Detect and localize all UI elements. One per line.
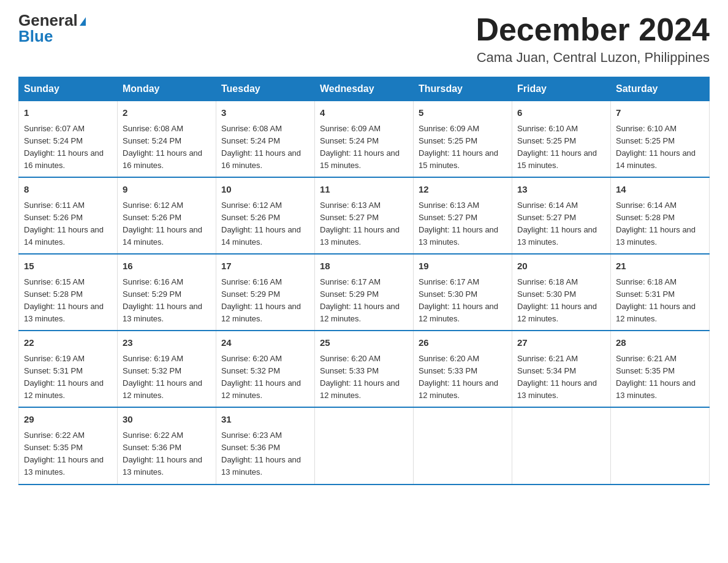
day-cell: 4Sunrise: 6:09 AMSunset: 5:24 PMDaylight… bbox=[315, 101, 414, 178]
day-cell: 10Sunrise: 6:12 AMSunset: 5:26 PMDayligh… bbox=[216, 177, 315, 254]
day-info: Sunrise: 6:17 AMSunset: 5:29 PMDaylight:… bbox=[320, 277, 400, 323]
day-number: 3 bbox=[221, 106, 309, 120]
day-cell: 2Sunrise: 6:08 AMSunset: 5:24 PMDaylight… bbox=[118, 101, 216, 178]
day-cell: 27Sunrise: 6:21 AMSunset: 5:34 PMDayligh… bbox=[512, 331, 611, 407]
day-cell: 7Sunrise: 6:10 AMSunset: 5:25 PMDaylight… bbox=[611, 101, 710, 178]
day-cell: 19Sunrise: 6:17 AMSunset: 5:30 PMDayligh… bbox=[414, 254, 512, 331]
day-info: Sunrise: 6:20 AMSunset: 5:33 PMDaylight:… bbox=[419, 354, 498, 400]
day-number: 19 bbox=[419, 259, 507, 274]
day-number: 31 bbox=[221, 413, 309, 427]
day-number: 4 bbox=[320, 106, 408, 120]
day-number: 12 bbox=[419, 183, 507, 197]
day-number: 26 bbox=[419, 336, 507, 350]
location-title: Cama Juan, Central Luzon, Philippines bbox=[476, 50, 710, 66]
logo-general-row: General bbox=[18, 12, 86, 28]
day-cell: 20Sunrise: 6:18 AMSunset: 5:30 PMDayligh… bbox=[512, 254, 611, 331]
day-info: Sunrise: 6:12 AMSunset: 5:26 PMDaylight:… bbox=[221, 201, 301, 247]
day-info: Sunrise: 6:21 AMSunset: 5:34 PMDaylight:… bbox=[517, 354, 597, 400]
day-cell: 25Sunrise: 6:20 AMSunset: 5:33 PMDayligh… bbox=[315, 331, 414, 407]
day-number: 27 bbox=[517, 336, 605, 350]
day-cell: 9Sunrise: 6:12 AMSunset: 5:26 PMDaylight… bbox=[118, 177, 216, 254]
day-number: 28 bbox=[616, 336, 704, 350]
day-info: Sunrise: 6:13 AMSunset: 5:27 PMDaylight:… bbox=[320, 201, 400, 247]
day-info: Sunrise: 6:10 AMSunset: 5:25 PMDaylight:… bbox=[517, 124, 597, 170]
day-cell: 1Sunrise: 6:07 AMSunset: 5:24 PMDaylight… bbox=[19, 101, 118, 178]
page-header: General Blue December 2024 Cama Juan, Ce… bbox=[18, 12, 710, 66]
day-info: Sunrise: 6:17 AMSunset: 5:30 PMDaylight:… bbox=[419, 277, 498, 323]
day-info: Sunrise: 6:23 AMSunset: 5:36 PMDaylight:… bbox=[221, 431, 301, 477]
day-info: Sunrise: 6:21 AMSunset: 5:35 PMDaylight:… bbox=[616, 354, 696, 400]
day-cell: 31Sunrise: 6:23 AMSunset: 5:36 PMDayligh… bbox=[216, 407, 315, 484]
day-info: Sunrise: 6:19 AMSunset: 5:32 PMDaylight:… bbox=[123, 354, 202, 400]
day-info: Sunrise: 6:08 AMSunset: 5:24 PMDaylight:… bbox=[221, 124, 301, 170]
day-number: 10 bbox=[221, 183, 309, 197]
day-number: 22 bbox=[24, 336, 112, 350]
day-number: 24 bbox=[221, 336, 309, 350]
header-cell-monday: Monday bbox=[118, 77, 216, 101]
day-info: Sunrise: 6:09 AMSunset: 5:24 PMDaylight:… bbox=[320, 124, 400, 170]
day-cell bbox=[414, 407, 512, 484]
day-info: Sunrise: 6:20 AMSunset: 5:33 PMDaylight:… bbox=[320, 354, 400, 400]
day-info: Sunrise: 6:07 AMSunset: 5:24 PMDaylight:… bbox=[24, 124, 104, 170]
day-info: Sunrise: 6:14 AMSunset: 5:27 PMDaylight:… bbox=[517, 201, 597, 247]
day-number: 17 bbox=[221, 259, 309, 274]
day-info: Sunrise: 6:08 AMSunset: 5:24 PMDaylight:… bbox=[123, 124, 202, 170]
day-cell: 26Sunrise: 6:20 AMSunset: 5:33 PMDayligh… bbox=[414, 331, 512, 407]
day-info: Sunrise: 6:18 AMSunset: 5:30 PMDaylight:… bbox=[517, 277, 597, 323]
header-cell-sunday: Sunday bbox=[19, 77, 118, 101]
day-number: 20 bbox=[517, 259, 605, 274]
title-block: December 2024 Cama Juan, Central Luzon, … bbox=[476, 12, 710, 66]
day-cell: 30Sunrise: 6:22 AMSunset: 5:36 PMDayligh… bbox=[118, 407, 216, 484]
day-number: 14 bbox=[616, 183, 704, 197]
header-cell-friday: Friday bbox=[512, 77, 611, 101]
header-cell-saturday: Saturday bbox=[611, 77, 710, 101]
day-cell: 5Sunrise: 6:09 AMSunset: 5:25 PMDaylight… bbox=[414, 101, 512, 178]
day-number: 15 bbox=[24, 259, 112, 274]
day-info: Sunrise: 6:15 AMSunset: 5:28 PMDaylight:… bbox=[24, 277, 104, 323]
day-cell: 21Sunrise: 6:18 AMSunset: 5:31 PMDayligh… bbox=[611, 254, 710, 331]
header-cell-wednesday: Wednesday bbox=[315, 77, 414, 101]
day-number: 29 bbox=[24, 413, 112, 427]
week-row-5: 29Sunrise: 6:22 AMSunset: 5:35 PMDayligh… bbox=[19, 407, 710, 484]
day-number: 30 bbox=[123, 413, 211, 427]
day-info: Sunrise: 6:09 AMSunset: 5:25 PMDaylight:… bbox=[419, 124, 498, 170]
week-row-2: 8Sunrise: 6:11 AMSunset: 5:26 PMDaylight… bbox=[19, 177, 710, 254]
day-info: Sunrise: 6:12 AMSunset: 5:26 PMDaylight:… bbox=[123, 201, 202, 247]
calendar-header: SundayMondayTuesdayWednesdayThursdayFrid… bbox=[19, 77, 710, 101]
day-info: Sunrise: 6:22 AMSunset: 5:36 PMDaylight:… bbox=[123, 431, 202, 477]
day-cell: 22Sunrise: 6:19 AMSunset: 5:31 PMDayligh… bbox=[19, 331, 118, 407]
day-number: 9 bbox=[123, 183, 211, 197]
day-number: 25 bbox=[320, 336, 408, 350]
day-number: 8 bbox=[24, 183, 112, 197]
day-info: Sunrise: 6:16 AMSunset: 5:29 PMDaylight:… bbox=[221, 277, 301, 323]
week-row-4: 22Sunrise: 6:19 AMSunset: 5:31 PMDayligh… bbox=[19, 331, 710, 407]
day-number: 7 bbox=[616, 106, 704, 120]
day-cell: 15Sunrise: 6:15 AMSunset: 5:28 PMDayligh… bbox=[19, 254, 118, 331]
logo: General Blue bbox=[18, 12, 86, 44]
day-cell: 24Sunrise: 6:20 AMSunset: 5:32 PMDayligh… bbox=[216, 331, 315, 407]
day-number: 2 bbox=[123, 106, 211, 120]
day-number: 6 bbox=[517, 106, 605, 120]
day-number: 16 bbox=[123, 259, 211, 274]
day-cell: 3Sunrise: 6:08 AMSunset: 5:24 PMDaylight… bbox=[216, 101, 315, 178]
calendar-table: SundayMondayTuesdayWednesdayThursdayFrid… bbox=[18, 77, 710, 484]
day-info: Sunrise: 6:14 AMSunset: 5:28 PMDaylight:… bbox=[616, 201, 696, 247]
calendar-body: 1Sunrise: 6:07 AMSunset: 5:24 PMDaylight… bbox=[19, 101, 710, 484]
month-title: December 2024 bbox=[476, 12, 710, 47]
day-number: 11 bbox=[320, 183, 408, 197]
day-info: Sunrise: 6:19 AMSunset: 5:31 PMDaylight:… bbox=[24, 354, 104, 400]
day-cell: 12Sunrise: 6:13 AMSunset: 5:27 PMDayligh… bbox=[414, 177, 512, 254]
logo-triangle-icon bbox=[80, 17, 86, 26]
day-cell: 16Sunrise: 6:16 AMSunset: 5:29 PMDayligh… bbox=[118, 254, 216, 331]
day-info: Sunrise: 6:10 AMSunset: 5:25 PMDaylight:… bbox=[616, 124, 696, 170]
day-cell: 14Sunrise: 6:14 AMSunset: 5:28 PMDayligh… bbox=[611, 177, 710, 254]
day-info: Sunrise: 6:18 AMSunset: 5:31 PMDaylight:… bbox=[616, 277, 696, 323]
day-cell: 17Sunrise: 6:16 AMSunset: 5:29 PMDayligh… bbox=[216, 254, 315, 331]
header-cell-tuesday: Tuesday bbox=[216, 77, 315, 101]
day-cell: 28Sunrise: 6:21 AMSunset: 5:35 PMDayligh… bbox=[611, 331, 710, 407]
header-cell-thursday: Thursday bbox=[414, 77, 512, 101]
day-info: Sunrise: 6:22 AMSunset: 5:35 PMDaylight:… bbox=[24, 431, 104, 477]
day-info: Sunrise: 6:16 AMSunset: 5:29 PMDaylight:… bbox=[123, 277, 202, 323]
day-cell bbox=[315, 407, 414, 484]
day-cell bbox=[611, 407, 710, 484]
